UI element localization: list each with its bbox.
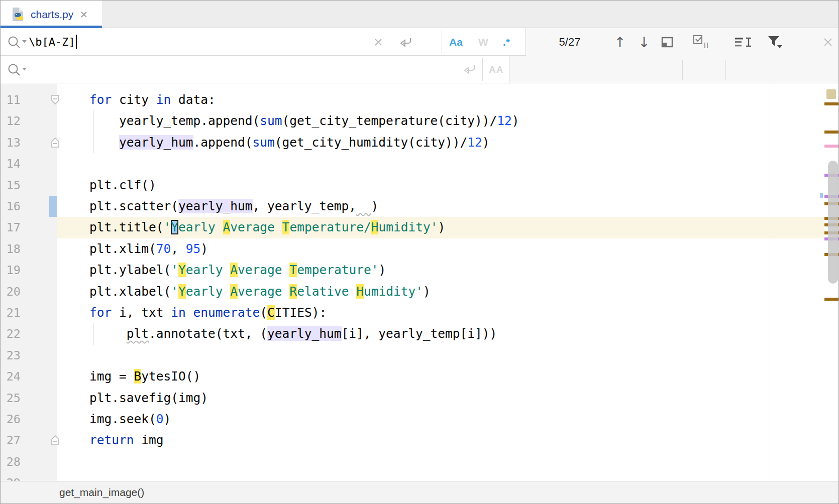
toggle-match-case[interactable]: Aa (449, 28, 463, 56)
editor-tab-bar: charts.py (1, 1, 838, 28)
code-line-22[interactable]: plt.annotate(txt, (yearly_hum[i], yearly… (60, 323, 497, 344)
code-line-19[interactable]: plt.ylabel('Yearly Average Temperature') (60, 260, 386, 281)
fold-marker-line-11[interactable] (50, 94, 60, 105)
line-number-25: 25 (1, 388, 21, 409)
analyzer-status-widget[interactable] (826, 89, 836, 99)
code-line-18[interactable]: plt.xlim(70, 95) (60, 238, 208, 260)
line-number-17: 17 (1, 217, 21, 238)
insert-newline-icon[interactable] (399, 36, 413, 48)
line-number-11: 11 (1, 89, 21, 111)
line-number-27: 27 (1, 430, 21, 451)
code-line-13[interactable]: yearly_hum.append(sum(get_city_humidity(… (60, 132, 490, 153)
toggle-words[interactable]: W (478, 28, 488, 56)
code-line-24[interactable]: img = BytesIO() (60, 366, 200, 387)
match-counter: 5/27 (541, 28, 599, 56)
ide-window: charts.py \b[A-Z] (0, 0, 839, 504)
svg-text:II: II (703, 42, 709, 50)
line-number-26: 26 (1, 409, 21, 430)
toggle-regex[interactable]: .* (503, 28, 510, 56)
separator (482, 58, 483, 81)
change-marker (49, 196, 57, 217)
filter-search-button[interactable] (766, 35, 784, 49)
tab-close-icon[interactable] (80, 11, 87, 18)
line-number-21: 21 (1, 302, 21, 324)
stripe-mark (824, 102, 838, 105)
right-margin-guide (770, 84, 770, 481)
code-editor[interactable]: for city in data: yearly_temp.append(sum… (1, 84, 839, 481)
stripe-mark (824, 298, 838, 301)
open-results-in-tool-window-button[interactable] (660, 36, 675, 49)
line-number-22: 22 (1, 323, 21, 345)
code-line-12[interactable]: yearly_temp.append(sum(get_city_temperat… (60, 110, 519, 132)
select-all-occurrences-button[interactable]: II (693, 35, 714, 49)
separator (682, 60, 683, 80)
line-number-19: 19 (1, 260, 21, 281)
replace-history-icon[interactable] (7, 63, 28, 77)
code-line-11[interactable]: for city in data: (60, 89, 216, 110)
code-line-26[interactable]: img.seek(0) (60, 409, 171, 430)
text-caret (76, 35, 77, 49)
preserve-case-toggle[interactable]: AA (489, 56, 503, 83)
tab-label: charts.py (31, 9, 73, 21)
line-number-16: 16 (1, 196, 21, 217)
separator (442, 30, 442, 53)
previous-match-button[interactable]: ↑ (612, 34, 627, 50)
line-number-13: 13 (1, 132, 21, 154)
search-in-selection-button[interactable] (734, 36, 752, 49)
separator (725, 60, 726, 80)
line-number-12: 12 (1, 110, 21, 132)
find-replace-panel: \b[A-Z] Aa W .* 5/27 ↑ ↓ (1, 28, 838, 83)
breadcrumb-item[interactable]: get_main_image() (59, 486, 144, 498)
next-match-button[interactable]: ↓ (637, 34, 652, 50)
fold-marker-line-13[interactable] (50, 137, 60, 148)
stripe-mark (824, 145, 838, 148)
tab-charts-py[interactable]: charts.py (1, 1, 102, 28)
line-number-23: 23 (1, 345, 21, 366)
search-history-icon[interactable] (7, 35, 28, 49)
fold-marker-line-27[interactable] (50, 435, 60, 446)
breadcrumb-bar: get_main_image() (1, 481, 838, 503)
code-line-20[interactable]: plt.xlabel('Yearly Average Relative Humi… (60, 281, 431, 302)
replace-input[interactable]: AA (1, 56, 509, 83)
code-line-27[interactable]: return img (60, 430, 164, 451)
python-file-icon (11, 7, 26, 23)
code-line-15[interactable]: plt.clf() (60, 175, 156, 196)
stripe-mark (824, 131, 838, 134)
replace-newline-icon[interactable] (463, 63, 477, 75)
code-line-25[interactable]: plt.savefig(img) (60, 388, 208, 409)
change-stripe-tick (820, 193, 823, 198)
line-number-20: 20 (1, 281, 21, 303)
line-number-18: 18 (1, 238, 21, 260)
scrollbar-thumb[interactable] (828, 161, 838, 284)
line-number-28: 28 (1, 451, 21, 473)
code-line-17[interactable]: plt.title('Yearly Average Temperature/Hu… (60, 217, 445, 238)
close-search-bar-button[interactable] (821, 36, 834, 49)
search-query-text: \b[A-Z] (29, 36, 75, 48)
line-number-24: 24 (1, 366, 21, 388)
code-line-21[interactable]: for i, txt in enumerate(CITIES): (60, 302, 327, 323)
search-input[interactable]: \b[A-Z] Aa W .* (1, 28, 526, 56)
line-number-29: 29 (1, 472, 21, 481)
line-number-14: 14 (1, 153, 21, 175)
code-line-16[interactable]: plt.scatter(yearly_hum, yearly_temp, ) (60, 196, 378, 217)
clear-search-icon[interactable] (372, 36, 384, 48)
line-number-15: 15 (1, 175, 21, 196)
